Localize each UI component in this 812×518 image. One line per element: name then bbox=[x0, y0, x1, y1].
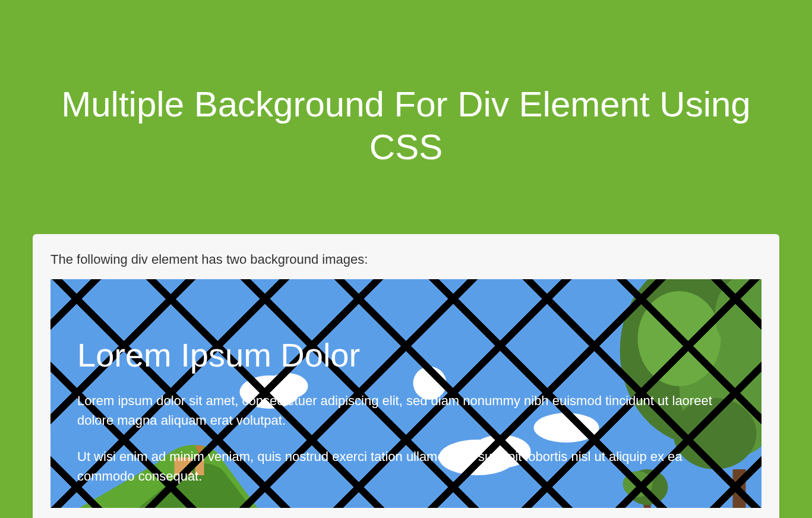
intro-text: The following div element has two backgr… bbox=[50, 252, 762, 267]
page-title: Multiple Background For Div Element Usin… bbox=[36, 83, 776, 169]
demo-paragraph-1: Lorem ipsum dolor sit amet, consectetuer… bbox=[77, 391, 731, 430]
page-header: Multiple Background For Div Element Usin… bbox=[0, 0, 812, 234]
demo-multiple-background: Lorem Ipsum Dolor Lorem ipsum dolor sit … bbox=[50, 279, 762, 508]
content-card: The following div element has two backgr… bbox=[33, 234, 779, 518]
demo-paragraph-2: Ut wisi enim ad minim veniam, quis nostr… bbox=[77, 447, 731, 486]
demo-text-content: Lorem Ipsum Dolor Lorem ipsum dolor sit … bbox=[77, 336, 731, 486]
demo-heading: Lorem Ipsum Dolor bbox=[77, 336, 731, 374]
